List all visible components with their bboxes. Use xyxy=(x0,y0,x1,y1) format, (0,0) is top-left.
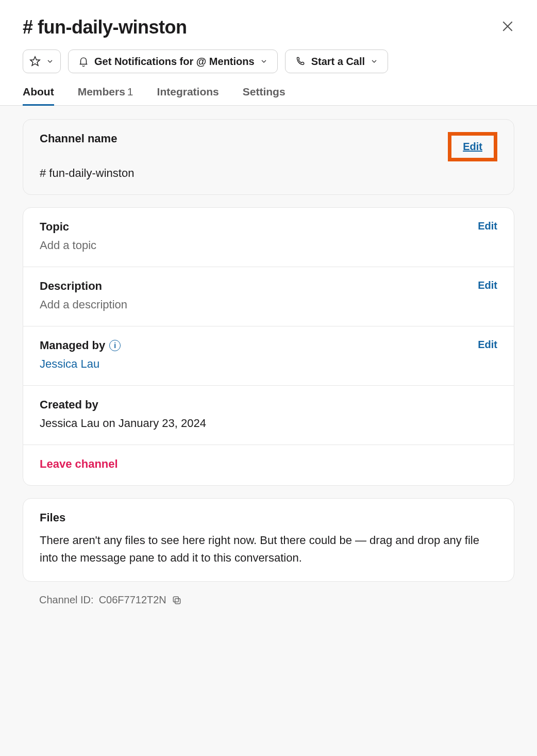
tab-integrations[interactable]: Integrations xyxy=(157,86,219,105)
description-section: Description Edit Add a description xyxy=(23,267,514,326)
star-button[interactable] xyxy=(23,50,61,73)
tab-about[interactable]: About xyxy=(23,86,54,105)
star-icon xyxy=(29,56,41,67)
chevron-down-icon xyxy=(46,57,54,65)
chevron-down-icon xyxy=(260,57,268,65)
created-by-label: Created by xyxy=(40,398,497,412)
tab-members[interactable]: Members1 xyxy=(78,86,133,105)
notifications-button[interactable]: Get Notifications for @ Mentions xyxy=(68,50,278,73)
tab-members-count: 1 xyxy=(127,86,133,97)
files-label: Files xyxy=(40,511,497,524)
channel-details-modal: # fun-daily-winston Get Notifications fo… xyxy=(0,0,537,756)
leave-channel-button[interactable]: Leave channel xyxy=(40,457,497,471)
channel-id-value: C06F7712T2N xyxy=(99,594,166,606)
edit-channel-name-button[interactable]: Edit xyxy=(448,132,497,161)
files-card: Files There aren't any files to see here… xyxy=(23,498,514,582)
channel-name-label: Channel name xyxy=(40,132,117,145)
svg-rect-3 xyxy=(175,598,180,603)
topic-label: Topic xyxy=(40,220,69,234)
managed-by-label-text: Managed by xyxy=(40,339,105,352)
tab-integrations-label: Integrations xyxy=(157,86,219,97)
start-call-label: Start a Call xyxy=(311,56,365,68)
edit-topic-button[interactable]: Edit xyxy=(478,220,497,232)
copy-icon[interactable] xyxy=(172,595,182,605)
modal-body: Channel name Edit # fun-daily-winston To… xyxy=(0,106,537,756)
leave-channel-section: Leave channel xyxy=(23,445,514,485)
modal-header: # fun-daily-winston Get Notifications fo… xyxy=(0,0,537,86)
close-icon[interactable] xyxy=(501,20,514,36)
action-row: Get Notifications for @ Mentions Start a… xyxy=(23,50,514,73)
created-by-section: Created by Jessica Lau on January 23, 20… xyxy=(23,386,514,445)
managed-by-value[interactable]: Jessica Lau xyxy=(40,357,497,371)
tab-settings-label: Settings xyxy=(243,86,286,97)
created-by-value: Jessica Lau on January 23, 2024 xyxy=(40,417,497,430)
description-label: Description xyxy=(40,280,102,293)
topic-value: Add a topic xyxy=(40,239,497,252)
svg-rect-4 xyxy=(173,597,178,602)
channel-info-card: Topic Edit Add a topic Description Edit … xyxy=(23,207,514,486)
managed-by-section: Managed by i Edit Jessica Lau xyxy=(23,326,514,386)
topic-section: Topic Edit Add a topic xyxy=(23,208,514,267)
channel-name-value: # fun-daily-winston xyxy=(40,167,497,180)
files-text: There aren't any files to see here right… xyxy=(40,532,497,567)
phone-icon xyxy=(295,56,306,67)
channel-title: # fun-daily-winston xyxy=(23,17,187,38)
tab-members-label: Members xyxy=(78,86,125,97)
bell-icon xyxy=(78,56,89,67)
channel-name-card: Channel name Edit # fun-daily-winston xyxy=(23,119,514,195)
edit-managed-by-button[interactable]: Edit xyxy=(478,339,497,351)
chevron-down-icon xyxy=(370,57,378,65)
svg-marker-2 xyxy=(30,57,40,65)
edit-description-button[interactable]: Edit xyxy=(478,280,497,291)
start-call-button[interactable]: Start a Call xyxy=(285,50,388,73)
info-icon[interactable]: i xyxy=(109,340,121,351)
description-value: Add a description xyxy=(40,298,497,311)
channel-id-row: Channel ID: C06F7712T2N xyxy=(23,594,514,606)
tab-settings[interactable]: Settings xyxy=(243,86,286,105)
managed-by-label: Managed by i xyxy=(40,339,121,352)
notifications-label: Get Notifications for @ Mentions xyxy=(94,56,255,68)
channel-id-prefix: Channel ID: xyxy=(39,594,94,606)
tabs: About Members1 Integrations Settings xyxy=(0,86,537,106)
tab-about-label: About xyxy=(23,86,54,97)
